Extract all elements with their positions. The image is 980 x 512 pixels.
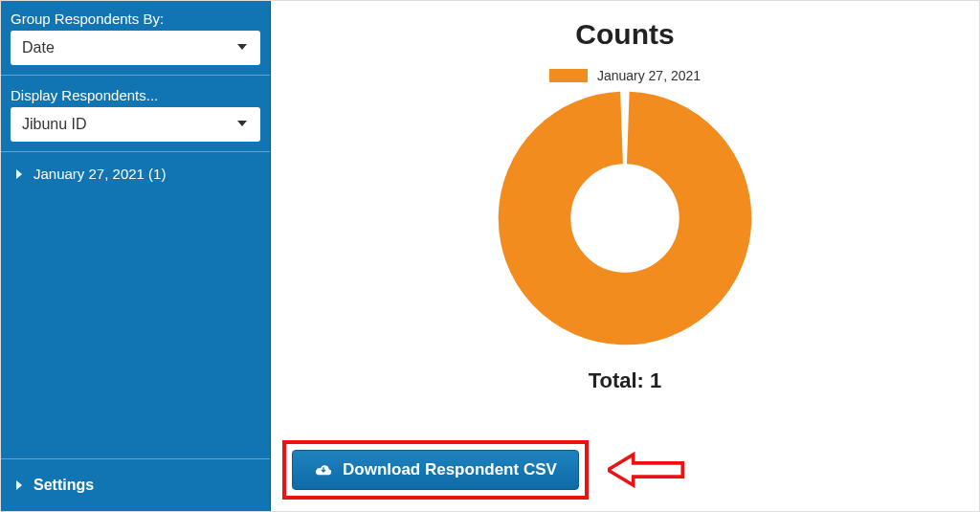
total-label: Total: 1	[589, 368, 662, 393]
download-area: Download Respondent CSV	[282, 440, 684, 500]
date-list: January 27, 2021 (1)	[1, 152, 270, 458]
chevron-down-icon	[237, 121, 247, 126]
arrow-left-icon	[608, 449, 684, 491]
group-by-select[interactable]: Date	[11, 31, 260, 65]
settings-label: Settings	[33, 477, 94, 494]
group-by-value: Date	[22, 39, 55, 56]
chevron-down-icon	[237, 44, 247, 50]
app-root: Group Respondents By: Date Display Respo…	[1, 1, 979, 511]
display-as-value: Jibunu ID	[22, 116, 87, 133]
cloud-download-icon	[314, 462, 333, 478]
download-csv-label: Download Respondent CSV	[343, 460, 557, 479]
donut-chart	[496, 89, 754, 347]
group-by-label: Group Respondents By:	[11, 11, 260, 27]
legend-label: January 27, 2021	[597, 68, 701, 83]
sidebar-item-label: January 27, 2021 (1)	[33, 166, 166, 182]
display-as-select[interactable]: Jibunu ID	[11, 107, 260, 142]
sidebar: Group Respondents By: Date Display Respo…	[1, 1, 271, 511]
annotation-highlight-box: Download Respondent CSV	[282, 440, 589, 500]
svg-marker-0	[608, 455, 682, 485]
download-csv-button[interactable]: Download Respondent CSV	[292, 450, 579, 490]
donut-slice	[531, 124, 718, 311]
chevron-right-icon	[16, 480, 22, 490]
main-panel: Counts January 27, 2021 Total: 1	[271, 1, 979, 511]
display-as-section: Display Respondents... Jibunu ID	[1, 76, 270, 152]
legend-swatch	[549, 69, 588, 82]
chart-legend: January 27, 2021	[549, 68, 701, 83]
page-title: Counts	[575, 18, 674, 51]
chevron-right-icon	[16, 169, 22, 179]
sidebar-settings[interactable]: Settings	[1, 458, 270, 511]
sidebar-item-date[interactable]: January 27, 2021 (1)	[1, 152, 270, 195]
group-by-section: Group Respondents By: Date	[1, 1, 270, 76]
display-as-label: Display Respondents...	[11, 87, 260, 103]
